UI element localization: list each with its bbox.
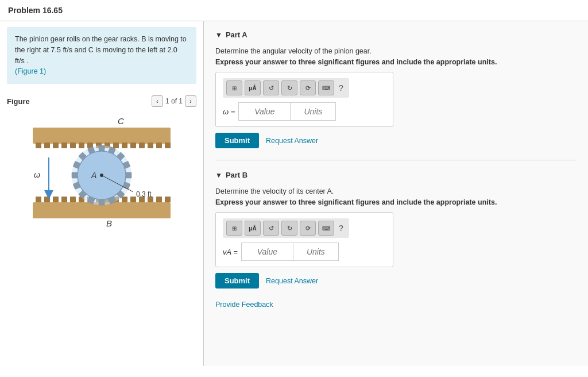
part-a-description: Determine the angular velocity of the pi…: [215, 47, 577, 55]
part-a-label: Part A: [226, 30, 247, 39]
svg-rect-10: [113, 143, 119, 148]
page-title: Problem 16.65: [0, 0, 588, 21]
svg-text:0.3 ft: 0.3 ft: [136, 190, 152, 198]
svg-rect-20: [53, 197, 59, 202]
part-a-section: ▼ Part A Determine the angular velocity …: [215, 27, 577, 148]
part-a-answer-box: ⊞ μÅ ↺ ↻ ⟳ ⌨ ? ω =: [215, 72, 393, 127]
svg-rect-19: [44, 197, 50, 202]
svg-rect-18: [36, 197, 41, 202]
part-b-value-input[interactable]: [241, 243, 293, 261]
svg-text:B: B: [106, 218, 112, 228]
svg-rect-33: [165, 197, 171, 202]
part-b-submit-btn[interactable]: Submit: [215, 273, 259, 288]
figure-next-btn[interactable]: ›: [185, 95, 196, 107]
problem-text: The pinion gear rolls on the gear racks.…: [7, 27, 196, 84]
part-a-value-input[interactable]: [238, 102, 290, 121]
figure-prev-btn[interactable]: ‹: [152, 95, 163, 107]
part-b-var-label: vA =: [223, 248, 238, 256]
problem-statement: The pinion gear rolls on the gear racks.…: [15, 35, 187, 65]
part-a-toolbar: ⊞ μÅ ↺ ↻ ⟳ ⌨ ?: [223, 78, 349, 98]
undo-btn-b[interactable]: ↺: [263, 221, 279, 236]
part-a-instruction: Express your answer to three significant…: [215, 58, 577, 66]
svg-rect-0: [33, 128, 171, 144]
svg-text:C: C: [118, 116, 124, 126]
help-btn-b[interactable]: ?: [336, 224, 346, 233]
part-b-request-link[interactable]: Request Answer: [266, 277, 318, 285]
svg-rect-15: [156, 143, 162, 148]
refresh-btn-a[interactable]: ⟳: [300, 80, 316, 95]
svg-text:ω: ω: [34, 170, 40, 179]
mu-btn-b[interactable]: μÅ: [245, 221, 261, 236]
undo-btn-a[interactable]: ↺: [263, 80, 279, 95]
part-b-section: ▼ Part B Determine the velocity of its c…: [215, 167, 577, 288]
svg-rect-2: [44, 143, 50, 148]
svg-rect-29: [130, 197, 136, 202]
grid-icon-btn-b[interactable]: ⊞: [226, 221, 242, 236]
svg-rect-1: [36, 143, 41, 148]
figure-page: 1 of 1: [165, 97, 183, 105]
help-btn-a[interactable]: ?: [336, 83, 346, 93]
part-b-description: Determine the velocity of its center A.: [215, 187, 577, 195]
svg-rect-12: [130, 143, 136, 148]
redo-btn-a[interactable]: ↻: [281, 80, 297, 95]
svg-rect-21: [61, 197, 67, 202]
provide-feedback-link[interactable]: Provide Feedback: [215, 298, 273, 311]
grid-icon-btn-a[interactable]: ⊞: [226, 80, 242, 95]
part-b-answer-box: ⊞ μÅ ↺ ↻ ⟳ ⌨ ? vA =: [215, 212, 393, 267]
gear-svg: C: [21, 111, 182, 238]
keyboard-btn-a[interactable]: ⌨: [318, 80, 334, 95]
feedback-section: Provide Feedback: [215, 300, 577, 309]
part-a-units-input[interactable]: [290, 102, 336, 121]
part-b-units-input[interactable]: [293, 243, 339, 261]
right-panel: ▼ Part A Determine the angular velocity …: [204, 21, 588, 366]
part-b-arrow: ▼: [215, 171, 222, 179]
refresh-btn-b[interactable]: ⟳: [300, 221, 316, 236]
figure-header: Figure ‹ 1 of 1 ›: [7, 95, 196, 107]
part-a-input-row: ω =: [223, 102, 386, 121]
part-b-header: ▼ Part B: [215, 167, 577, 183]
svg-text:A: A: [91, 171, 96, 180]
svg-rect-22: [70, 197, 76, 202]
left-panel: The pinion gear rolls on the gear racks.…: [0, 21, 204, 366]
part-a-submit-btn[interactable]: Submit: [215, 133, 259, 148]
figure-section: Figure ‹ 1 of 1 ›: [0, 90, 203, 244]
svg-rect-3: [53, 143, 59, 148]
svg-rect-28: [122, 197, 127, 202]
part-b-actions: Submit Request Answer: [215, 273, 577, 288]
svg-rect-16: [165, 143, 171, 148]
part-b-toolbar: ⊞ μÅ ↺ ↻ ⟳ ⌨ ?: [223, 218, 349, 238]
redo-btn-b[interactable]: ↻: [281, 221, 297, 236]
svg-rect-11: [122, 143, 127, 148]
figure-title: Figure: [7, 97, 30, 106]
svg-rect-14: [148, 143, 153, 148]
part-a-request-link[interactable]: Request Answer: [266, 137, 318, 145]
part-divider: [215, 160, 577, 160]
svg-rect-5: [70, 143, 76, 148]
part-a-header: ▼ Part A: [215, 27, 577, 43]
part-a-arrow: ▼: [215, 31, 222, 39]
keyboard-btn-b[interactable]: ⌨: [318, 221, 334, 236]
figure-ref: (Figure 1): [15, 67, 46, 75]
part-a-var-label: ω =: [223, 107, 235, 116]
svg-rect-32: [156, 197, 162, 202]
svg-rect-6: [79, 143, 84, 148]
mu-btn-a[interactable]: μÅ: [245, 80, 261, 95]
svg-rect-4: [61, 143, 67, 148]
gear-figure: C: [21, 111, 182, 238]
part-a-actions: Submit Request Answer: [215, 133, 577, 148]
svg-rect-13: [139, 143, 145, 148]
part-b-input-row: vA =: [223, 243, 386, 261]
part-b-label: Part B: [226, 171, 247, 179]
figure-nav: ‹ 1 of 1 ›: [152, 95, 196, 107]
part-b-instruction: Express your answer to three significant…: [215, 198, 577, 206]
